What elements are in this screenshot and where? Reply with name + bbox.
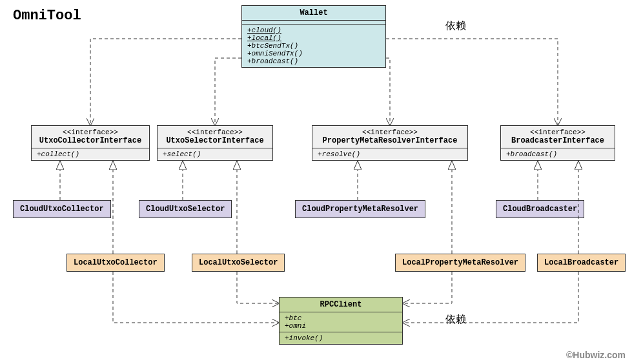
interface-broadcaster: <<interface>> BroadcasterInterface +broa… [500,125,615,161]
diagram-title: OmniTool [13,8,81,24]
stereotype: <<interface>> [163,128,267,136]
class-cloud-utxo-selector: CloudUtxoSelector [139,200,232,218]
interface-name: UtxoCollectorInterface [37,136,144,145]
wallet-op: +cloud() [247,26,380,34]
class-local-broadcaster: LocalBroadcaster [537,254,626,272]
class-cloud-property-resolver: CloudPropertyMetaResolver [295,200,425,218]
stereotype: <<interface>> [506,128,609,136]
interface-name: PropertyMetaResolverInterface [318,136,462,145]
watermark: ©Hubwiz.com [566,350,626,360]
class-rpc-client: RPCClient +btc +omni +invoke() [279,297,403,345]
wallet-op: +local() [247,34,380,42]
interface-op: +collect() [37,150,144,158]
class-cloud-broadcaster: CloudBroadcaster [496,200,584,218]
class-local-utxo-selector: LocalUtxoSelector [192,254,285,272]
wallet-op: +broadcast() [247,57,380,65]
interface-utxo-collector: <<interface>> UtxoCollectorInterface +co… [31,125,150,161]
interface-op: +broadcast() [506,150,609,158]
interface-op: +resolve() [318,150,462,158]
rpc-op: +invoke() [285,334,397,342]
interface-property-resolver: <<interface>> PropertyMetaResolverInterf… [312,125,468,161]
annotation-dependency-bottom: 依赖 [445,313,466,327]
wallet-op: +btcSendTx() [247,42,380,50]
class-local-utxo-collector: LocalUtxoCollector [66,254,165,272]
interface-op: +select() [163,150,267,158]
wallet-op: +omniSendTx() [247,50,380,57]
stereotype: <<interface>> [37,128,144,136]
interface-utxo-selector: <<interface>> UtxoSelectorInterface +sel… [157,125,273,161]
wallet-name: Wallet [300,8,327,17]
rpc-attr: +btc [285,314,397,322]
rpc-attr: +omni [285,322,397,330]
rpc-name: RPCClient [320,300,362,309]
interface-name: BroadcasterInterface [506,136,609,145]
class-local-property-resolver: LocalPropertyMetaResolver [395,254,525,272]
stereotype: <<interface>> [318,128,462,136]
class-wallet: Wallet +cloud() +local() +btcSendTx() +o… [241,5,386,68]
class-cloud-utxo-collector: CloudUtxoCollector [13,200,111,218]
annotation-dependency-top: 依赖 [445,19,466,33]
interface-name: UtxoSelectorInterface [163,136,267,145]
